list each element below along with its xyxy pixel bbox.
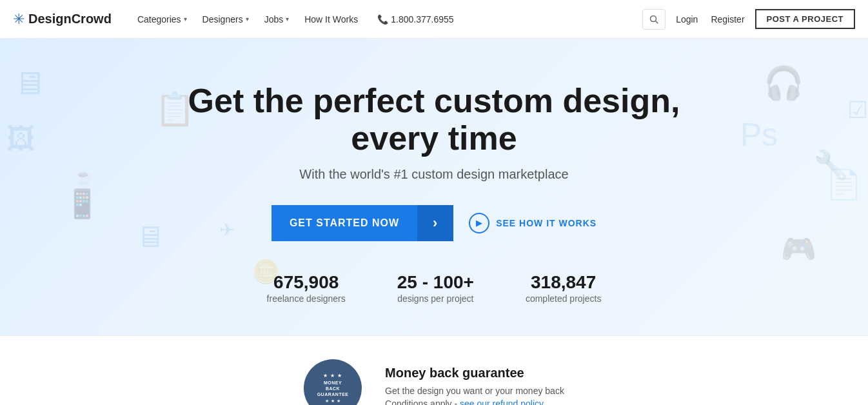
play-icon: ▶	[469, 213, 489, 233]
logo-icon: ✳	[13, 11, 25, 28]
hero-section: 🖥 🖼 📱 📋 🖥 🎧 Ps 🔧 🎮 ✈ ☕ 📄 🪙 ☑ Get the per…	[0, 39, 868, 335]
list-bg-icon: 📄	[826, 168, 862, 201]
hero-subtitle: With the world's #1 custom design market…	[144, 167, 724, 182]
get-started-button[interactable]: GET STARTED NOW ›	[271, 205, 453, 241]
stat-label-designs: designs per project	[397, 293, 473, 304]
chevron-down-icon: ▾	[286, 15, 289, 23]
stat-designs: 25 - 100+ designs per project	[397, 272, 474, 304]
badge-stars-bottom: ★ ★ ★	[317, 399, 349, 404]
stat-number-designs: 25 - 100+	[397, 272, 474, 293]
cup-bg-icon: ☕	[74, 168, 94, 186]
nav-item-categories[interactable]: Categories ▾	[131, 0, 193, 39]
stat-label-projects: completed projects	[526, 293, 602, 304]
gamepad-bg-icon: 🎮	[781, 232, 816, 266]
easel-bg-icon: 🖼	[6, 123, 35, 155]
stat-freelancers: 675,908 freelance designers	[267, 272, 346, 304]
navbar-nav: Categories ▾ Designers ▾ Jobs ▾ How It W…	[131, 0, 642, 39]
navbar-right: Login Register POST A PROJECT	[642, 9, 855, 30]
svg-line-1	[656, 21, 658, 23]
search-box[interactable]	[642, 9, 666, 30]
money-back-badge: ★ ★ ★ MONEYBACKGUARANTEE ★ ★ ★	[304, 359, 362, 405]
nav-item-designers[interactable]: Designers ▾	[196, 0, 255, 39]
stat-label-freelancers: freelance designers	[267, 293, 346, 304]
search-icon	[649, 15, 658, 24]
phone-icon: 📞	[377, 14, 388, 25]
see-how-label: SEE HOW IT WORKS	[496, 218, 597, 228]
hero-stats: 675,908 freelance designers 25 - 100+ de…	[144, 272, 724, 304]
phone-number[interactable]: 📞 1.800.377.6955	[371, 0, 460, 39]
nav-item-how-it-works[interactable]: How It Works	[298, 0, 364, 39]
badge-content: ★ ★ ★ MONEYBACKGUARANTEE ★ ★ ★	[317, 373, 349, 404]
headphone-bg-icon: 🎧	[764, 64, 804, 102]
stat-projects: 318,847 completed projects	[526, 272, 602, 304]
login-button[interactable]: Login	[673, 14, 700, 25]
get-started-label: GET STARTED NOW	[271, 217, 417, 229]
hero-content: Get the perfect custom design, every tim…	[144, 83, 724, 304]
guarantee-section: ★ ★ ★ MONEYBACKGUARANTEE ★ ★ ★ Money bac…	[0, 335, 868, 405]
badge-main-text: MONEYBACKGUARANTEE	[317, 380, 349, 397]
register-button[interactable]: Register	[708, 14, 747, 25]
chevron-down-icon: ▾	[246, 15, 249, 23]
navbar: ✳ DesignCrowd Categories ▾ Designers ▾ J…	[0, 0, 868, 39]
stat-number-freelancers: 675,908	[267, 272, 346, 293]
nav-item-jobs[interactable]: Jobs ▾	[258, 0, 296, 39]
ps-bg-icon: Ps	[740, 116, 778, 153]
tool-bg-icon: 🔧	[813, 148, 849, 182]
post-project-button[interactable]: POST A PROJECT	[755, 9, 855, 29]
conditions-prefix: Conditions apply -	[385, 399, 460, 406]
badge-stars-top: ★ ★ ★	[317, 373, 349, 379]
refund-policy-link[interactable]: see our refund policy	[460, 399, 544, 406]
stat-number-projects: 318,847	[526, 272, 602, 293]
mobile-bg-icon: 📱	[64, 187, 100, 221]
chevron-down-icon: ▾	[184, 15, 187, 23]
logo-text: DesignCrowd	[28, 12, 112, 26]
arrow-right-icon: ›	[417, 205, 453, 241]
hero-buttons: GET STARTED NOW › ▶ SEE HOW IT WORKS	[144, 205, 724, 241]
logo[interactable]: ✳ DesignCrowd	[13, 11, 112, 28]
guarantee-body: Get the design you want or your money ba…	[385, 386, 564, 396]
checkbox-bg-icon: ☑	[847, 97, 868, 124]
guarantee-title: Money back guarantee	[385, 366, 564, 380]
hero-title: Get the perfect custom design, every tim…	[144, 83, 724, 156]
guarantee-text: Money back guarantee Get the design you …	[385, 366, 564, 406]
see-how-it-works-button[interactable]: ▶ SEE HOW IT WORKS	[469, 213, 597, 233]
monitor-bg-icon: 🖥	[13, 64, 45, 102]
guarantee-conditions: Conditions apply - see our refund policy	[385, 399, 564, 406]
